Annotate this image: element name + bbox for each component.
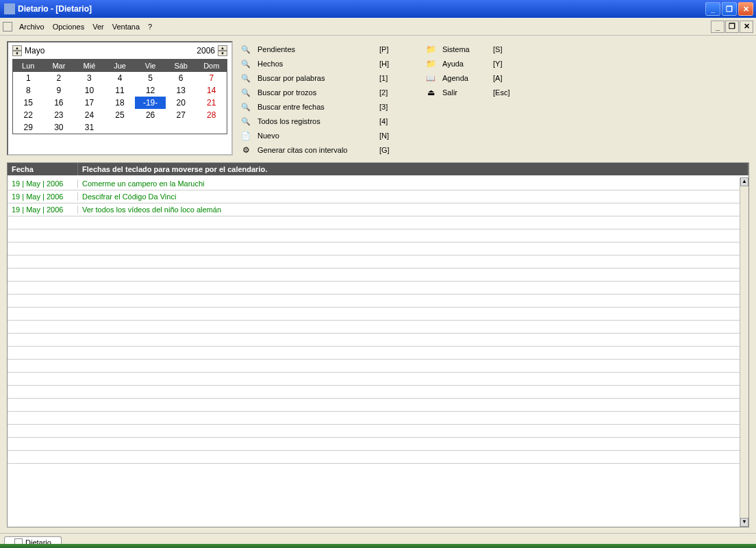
calendar-day[interactable]: 30 bbox=[44, 121, 75, 134]
menu-ventana[interactable]: Ventana bbox=[108, 21, 144, 32]
calendar-day[interactable]: 28 bbox=[196, 109, 227, 121]
action-item[interactable]: Salir[Esc] bbox=[425, 87, 518, 98]
action-item[interactable]: Todos los registros[4] bbox=[240, 116, 404, 127]
cell-date: 19 | May | 2006 bbox=[8, 179, 78, 188]
calendar-day[interactable]: 9 bbox=[44, 84, 75, 97]
menu-ver[interactable]: Ver bbox=[88, 21, 108, 32]
calendar-day[interactable]: 4 bbox=[105, 72, 136, 84]
scroll-down-button[interactable]: ▼ bbox=[740, 518, 748, 527]
calendar-day[interactable]: 26 bbox=[135, 109, 166, 121]
calendar-day[interactable]: 10 bbox=[74, 84, 105, 97]
calendar-week: 1234567 bbox=[13, 72, 227, 84]
table-row-empty[interactable] bbox=[8, 229, 740, 242]
year-spinner[interactable]: ▲▼ bbox=[218, 45, 227, 56]
calendar-day[interactable]: 22 bbox=[13, 109, 44, 121]
upper-panel: ▲▼ Mayo 2006 ▲▼ LunMarMiéJueVieSábDom 12… bbox=[7, 41, 749, 155]
table-row-empty[interactable] bbox=[8, 282, 740, 295]
calendar-day[interactable]: 25 bbox=[105, 109, 136, 121]
calendar-day[interactable]: 13 bbox=[166, 84, 197, 97]
entries-table: Fecha Flechas del teclado para moverse p… bbox=[7, 162, 749, 527]
scroll-up-button[interactable]: ▲ bbox=[740, 177, 748, 186]
action-item[interactable]: Sistema[S] bbox=[425, 44, 518, 55]
action-item[interactable]: Buscar entre fechas[3] bbox=[240, 101, 404, 112]
calendar-weekday: Mar bbox=[44, 60, 75, 72]
table-row-empty[interactable] bbox=[8, 347, 740, 360]
calendar-day[interactable]: 27 bbox=[166, 109, 197, 121]
action-item[interactable]: Agenda[A] bbox=[425, 73, 518, 84]
calendar-week: 891011121314 bbox=[13, 84, 227, 97]
cell-desc: Comerme un campero en la Maruchi bbox=[78, 179, 740, 188]
calendar-day[interactable]: 20 bbox=[166, 97, 197, 109]
table-row-empty[interactable] bbox=[8, 425, 740, 438]
calendar-day[interactable]: 18 bbox=[105, 97, 136, 109]
table-row[interactable]: 19 | May | 2006Ver todos los vídeos del … bbox=[8, 203, 740, 216]
table-row-empty[interactable] bbox=[8, 308, 740, 321]
table-row-empty[interactable] bbox=[8, 216, 740, 229]
table-row-empty[interactable] bbox=[8, 360, 740, 373]
table-row-empty[interactable] bbox=[8, 373, 740, 386]
action-item[interactable]: Pendientes[P] bbox=[240, 44, 404, 55]
calendar-day[interactable]: 6 bbox=[166, 72, 197, 84]
calendar-day[interactable]: 5 bbox=[135, 72, 166, 84]
calendar-day[interactable]: 31 bbox=[74, 121, 105, 134]
actions-panel: Pendientes[P]Hechos[H]Buscar por palabra… bbox=[240, 41, 518, 155]
calendar-year: 2006 bbox=[197, 46, 218, 55]
mdi-close-button[interactable]: ✕ bbox=[740, 21, 753, 33]
table-row-empty[interactable] bbox=[8, 256, 740, 269]
table-row-empty[interactable] bbox=[8, 295, 740, 308]
menu-opciones[interactable]: Opciones bbox=[49, 21, 88, 32]
table-row-empty[interactable] bbox=[8, 334, 740, 347]
action-item[interactable]: Nuevo[N] bbox=[240, 130, 404, 141]
table-row-empty[interactable] bbox=[8, 386, 740, 399]
calendar-day[interactable]: 8 bbox=[13, 84, 44, 97]
maximize-button[interactable]: ❐ bbox=[722, 2, 737, 16]
column-header-fecha[interactable]: Fecha bbox=[8, 163, 78, 175]
action-shortcut: [3] bbox=[379, 103, 404, 111]
action-item[interactable]: Buscar por trozos[2] bbox=[240, 87, 404, 98]
calendar-day[interactable]: 21 bbox=[196, 97, 227, 109]
calendar-day[interactable]: 12 bbox=[135, 84, 166, 97]
calendar-day[interactable]: 17 bbox=[74, 97, 105, 109]
table-header: Fecha Flechas del teclado para moverse p… bbox=[8, 163, 748, 175]
calendar-day[interactable]: 3 bbox=[74, 72, 105, 84]
calendar-day[interactable]: 14 bbox=[196, 84, 227, 97]
table-row-empty[interactable] bbox=[8, 321, 740, 334]
menu-help[interactable]: ? bbox=[144, 21, 156, 32]
vertical-scrollbar[interactable]: ▲ ▼ bbox=[740, 177, 748, 527]
calendar-day[interactable]: 7 bbox=[196, 72, 227, 84]
titlebar: Dietario - [Dietario] _ ❐ ✕ bbox=[0, 0, 756, 18]
calendar-week: 15161718-19-2021 bbox=[13, 97, 227, 109]
table-row-empty[interactable] bbox=[8, 269, 740, 282]
table-row-empty[interactable] bbox=[8, 242, 740, 256]
menu-archivo[interactable]: Archivo bbox=[15, 21, 49, 32]
column-header-desc[interactable]: Flechas del teclado para moverse por el … bbox=[78, 163, 748, 175]
calendar-day[interactable]: 11 bbox=[105, 84, 136, 97]
action-item[interactable]: Buscar por palabras[1] bbox=[240, 73, 404, 84]
table-row-empty[interactable] bbox=[8, 412, 740, 425]
calendar-day bbox=[135, 121, 166, 134]
calendar-day[interactable]: -19- bbox=[135, 97, 166, 109]
calendar-weekday: Mié bbox=[74, 60, 105, 72]
table-row-empty[interactable] bbox=[8, 399, 740, 412]
calendar-day[interactable]: 29 bbox=[13, 121, 44, 134]
action-item[interactable]: Ayuda[Y] bbox=[425, 58, 518, 69]
calendar-day[interactable]: 1 bbox=[13, 72, 44, 84]
month-spinner[interactable]: ▲▼ bbox=[12, 45, 22, 56]
mdi-restore-button[interactable]: ❐ bbox=[725, 21, 739, 33]
calendar-day[interactable]: 16 bbox=[44, 97, 75, 109]
table-row-empty[interactable] bbox=[8, 438, 740, 451]
action-item[interactable]: Generar citas con intervalo[G] bbox=[240, 145, 404, 155]
calendar-day[interactable]: 24 bbox=[74, 109, 105, 121]
action-item[interactable]: Hechos[H] bbox=[240, 58, 404, 69]
table-body: 19 | May | 2006Comerme un campero en la … bbox=[8, 177, 740, 527]
table-row-empty[interactable] bbox=[8, 451, 740, 464]
minimize-button[interactable]: _ bbox=[705, 2, 720, 16]
calendar-day[interactable]: 2 bbox=[44, 72, 75, 84]
table-row[interactable]: 19 | May | 2006Comerme un campero en la … bbox=[8, 177, 740, 190]
table-row[interactable]: 19 | May | 2006Descifrar el Código Da Vi… bbox=[8, 190, 740, 203]
calendar-day[interactable]: 15 bbox=[13, 97, 44, 109]
calendar-day[interactable]: 23 bbox=[44, 109, 75, 121]
mdi-minimize-button[interactable]: _ bbox=[711, 21, 724, 33]
close-button[interactable]: ✕ bbox=[738, 2, 753, 16]
actions-column-1: Pendientes[P]Hechos[H]Buscar por palabra… bbox=[240, 44, 404, 155]
